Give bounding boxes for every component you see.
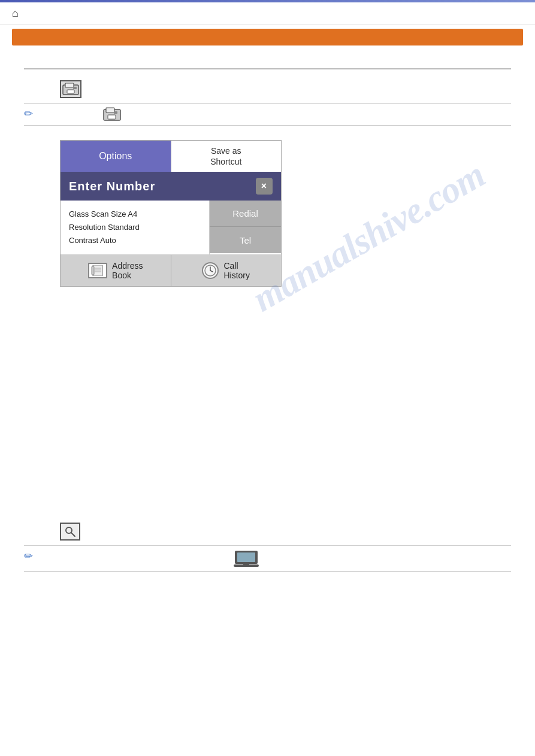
enter-number-row: Enter Number × bbox=[61, 172, 281, 201]
orange-bar bbox=[12, 29, 523, 45]
options-button[interactable]: Options bbox=[61, 141, 171, 172]
svg-rect-6 bbox=[108, 115, 116, 119]
header-bar: ⌂ bbox=[0, 2, 535, 25]
content-area: ✏ Options Save asShortcut bbox=[0, 45, 535, 313]
search-icon-row bbox=[60, 523, 511, 541]
section-divider-top bbox=[24, 68, 511, 69]
lower-section: ✏ bbox=[0, 505, 535, 588]
address-book-icon bbox=[88, 263, 107, 278]
fax-icon bbox=[60, 80, 81, 98]
svg-rect-3 bbox=[73, 87, 77, 89]
svg-line-17 bbox=[71, 533, 75, 536]
ui-panel: Options Save asShortcut Enter Number × G… bbox=[60, 140, 282, 287]
lower-note-row: ✏ bbox=[24, 545, 511, 572]
info-line-2: Resolution Standard bbox=[69, 221, 201, 234]
save-shortcut-label: Save asShortcut bbox=[210, 145, 241, 167]
ui-right-buttons: Redial Tel bbox=[209, 201, 281, 254]
info-line-1: Glass Scan Size A4 bbox=[69, 208, 201, 221]
save-shortcut-button[interactable]: Save asShortcut bbox=[171, 141, 282, 172]
pencil-icon-top: ✏ bbox=[24, 107, 33, 120]
redial-button[interactable]: Redial bbox=[210, 201, 281, 227]
ui-info-area: Glass Scan Size A4 Resolution Standard C… bbox=[61, 201, 281, 254]
svg-rect-9 bbox=[92, 266, 94, 275]
close-button[interactable]: × bbox=[256, 178, 273, 195]
ui-info-text: Glass Scan Size A4 Resolution Standard C… bbox=[61, 201, 209, 254]
info-line-3: Contrast Auto bbox=[69, 234, 201, 247]
ui-bottom-row: AddressBook CallHistory bbox=[61, 254, 281, 286]
fax-icon-row bbox=[60, 80, 511, 98]
svg-rect-7 bbox=[114, 111, 117, 114]
svg-rect-1 bbox=[65, 83, 74, 87]
svg-rect-21 bbox=[243, 563, 249, 565]
ui-panel-header: Options Save asShortcut bbox=[61, 141, 281, 172]
lower-note-text bbox=[38, 549, 259, 567]
tel-button[interactable]: Tel bbox=[210, 227, 281, 253]
svg-rect-19 bbox=[237, 552, 255, 562]
search-icon-box bbox=[60, 523, 80, 541]
note-row-top: ✏ bbox=[24, 103, 511, 126]
svg-rect-5 bbox=[106, 108, 114, 113]
address-book-label: AddressBook bbox=[112, 261, 143, 280]
call-history-label: CallHistory bbox=[223, 261, 250, 280]
enter-number-label: Enter Number bbox=[69, 180, 155, 193]
call-history-icon bbox=[202, 262, 219, 279]
call-history-button[interactable]: CallHistory bbox=[171, 255, 282, 286]
home-icon[interactable]: ⌂ bbox=[12, 7, 19, 20]
address-book-button[interactable]: AddressBook bbox=[61, 255, 171, 286]
svg-rect-2 bbox=[67, 90, 74, 93]
pencil-icon-bottom: ✏ bbox=[24, 549, 33, 563]
note-text-top bbox=[38, 107, 123, 122]
